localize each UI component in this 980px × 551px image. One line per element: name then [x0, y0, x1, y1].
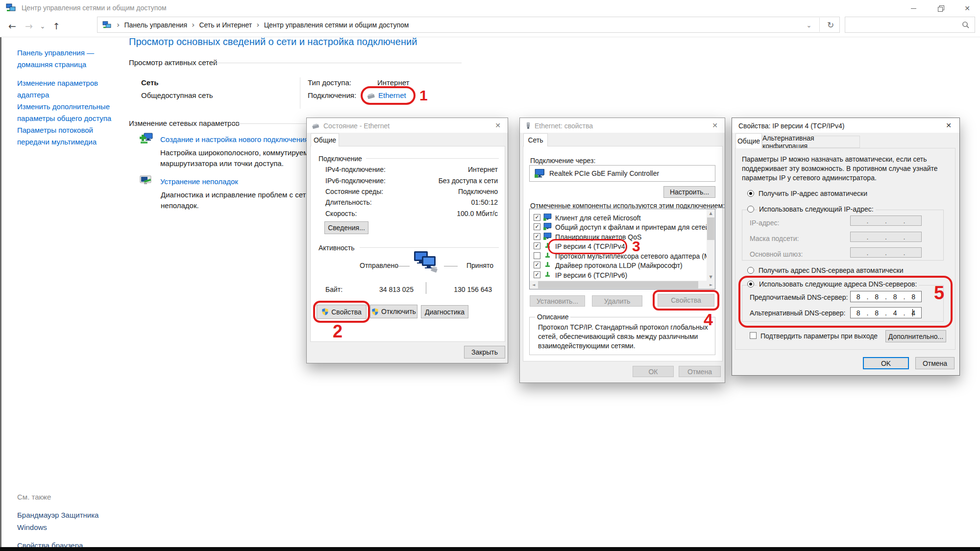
connection-group-label: Подключение: [318, 155, 362, 163]
component-label[interactable]: IP версии 6 (TCP/IPv6): [555, 271, 627, 279]
tab-general[interactable]: Общие: [311, 133, 339, 146]
cancel-button[interactable]: Отмена: [915, 357, 955, 369]
details-button[interactable]: Сведения...: [324, 221, 368, 234]
radio-obtain-ip-auto[interactable]: [747, 190, 754, 197]
radio-use-dns-label[interactable]: Использовать следующие адреса DNS-сервер…: [757, 280, 919, 288]
close-button[interactable]: Закрыть: [464, 346, 505, 359]
validate-checkbox[interactable]: [750, 332, 757, 339]
properties-button[interactable]: Свойства: [317, 305, 367, 319]
speed-label: Скорость:: [325, 210, 357, 217]
speed-value: 100.0 Мбит/с: [457, 210, 498, 217]
task-troubleshoot-link[interactable]: Устранение неполадок: [160, 177, 238, 186]
search-input[interactable]: [849, 19, 959, 32]
component-label[interactable]: Драйвер протокола LLDP (Майкрософт): [555, 262, 683, 269]
tab-alternate-configuration[interactable]: Альтернативная конфигурация: [762, 136, 860, 148]
component-checkbox[interactable]: ✓: [534, 262, 540, 268]
radio-use-dns[interactable]: [747, 281, 754, 287]
alternate-dns-field[interactable]: 8 8 4 4: [850, 307, 922, 318]
validate-checkbox-label[interactable]: Подтвердить параметры при выходе: [760, 332, 878, 340]
scroll-right-icon[interactable]: ►: [707, 281, 715, 289]
disable-button[interactable]: Отключить: [370, 305, 417, 318]
component-label[interactable]: Общий доступ к файлам и принтерам для се…: [555, 223, 715, 231]
component-checkbox[interactable]: ✓: [534, 223, 540, 230]
ethernet-plug-icon: [367, 93, 375, 101]
cancel-button[interactable]: Отмена: [679, 366, 721, 377]
advanced-button[interactable]: Дополнительно...: [885, 330, 946, 342]
network-name: Сеть: [141, 78, 159, 87]
adapter-icon: [525, 122, 532, 131]
titlebar: Центр управления сетями и общим доступом…: [0, 0, 980, 17]
restore-button[interactable]: [927, 0, 955, 17]
annotation-number-1: 1: [419, 88, 428, 103]
address-separator: [819, 18, 820, 32]
ipv4-dialog-titlebar[interactable]: Свойства: IP версии 4 (TCP/IPv4) ✕: [732, 118, 959, 133]
component-label-ipv4[interactable]: IP версии 4 (TCP/IPv4): [555, 242, 627, 250]
gateway-field[interactable]: [850, 247, 922, 258]
breadcrumb-network-center[interactable]: Центр управления сетями и общим доступом: [264, 21, 409, 29]
radio-obtain-ip-auto-label[interactable]: Получить IP-адрес автоматически: [759, 190, 867, 197]
component-label[interactable]: Планировщик пакетов QoS: [555, 233, 641, 241]
access-type-value: Интернет: [377, 78, 409, 87]
radio-obtain-dns-auto-label[interactable]: Получить адрес DNS-сервера автоматически: [759, 266, 903, 274]
breadcrumb-network-internet[interactable]: Сеть и Интернет: [199, 21, 252, 29]
scroll-down-icon[interactable]: ▼: [707, 273, 715, 281]
task-new-connection-link[interactable]: Создание и настройка нового подключения …: [160, 135, 315, 144]
activity-dash: [444, 266, 458, 266]
sidebar-item-media-streaming[interactable]: Параметры потоковой передачи мультимедиа: [17, 124, 135, 148]
address-dropdown-button[interactable]: ⌄: [803, 20, 815, 30]
sidebar-item-adapter-settings[interactable]: Изменение параметров адаптера: [17, 77, 135, 101]
ethernet-connection-link[interactable]: Ethernet: [378, 91, 406, 99]
up-button[interactable]: ↑: [49, 19, 64, 33]
refresh-button[interactable]: ↻: [822, 18, 839, 32]
component-properties-button[interactable]: Свойства: [658, 294, 714, 307]
ok-button[interactable]: ОК: [633, 366, 674, 377]
horizontal-scrollbar[interactable]: ◄ ►: [530, 281, 715, 289]
radio-use-ip-label[interactable]: Использовать следующий IP-адрес:: [757, 205, 876, 213]
status-dialog-titlebar[interactable]: Состояние - Ethernet ✕: [307, 118, 508, 133]
diagnose-button[interactable]: Диагностика: [421, 305, 468, 318]
sidebar-item-home[interactable]: Панель управления — домашняя страница: [17, 47, 135, 71]
search-box[interactable]: [845, 17, 975, 33]
history-chevron-button[interactable]: ⌄: [38, 20, 47, 32]
component-label[interactable]: Клиент для сетей Microsoft: [555, 214, 641, 222]
component-checkbox[interactable]: [534, 252, 540, 259]
close-icon[interactable]: ✕: [487, 118, 509, 133]
component-checkbox[interactable]: ✓: [534, 242, 540, 249]
minimize-button[interactable]: [900, 0, 927, 17]
scrollbar-thumb[interactable]: [707, 217, 714, 240]
subnet-mask-field[interactable]: [850, 232, 922, 242]
scroll-left-icon[interactable]: ◄: [530, 281, 538, 289]
status-dialog-title: Состояние - Ethernet: [323, 122, 390, 130]
close-window-button[interactable]: ✕: [955, 0, 980, 17]
forward-button[interactable]: →: [22, 19, 36, 33]
scrollbar-thumb[interactable]: [538, 281, 698, 288]
ip-address-field[interactable]: [850, 216, 922, 226]
install-button[interactable]: Установить...: [530, 295, 585, 307]
vertical-scrollbar[interactable]: ▲ ▼: [707, 209, 715, 281]
address-bar[interactable]: › Панель управления › Сеть и Интернет › …: [97, 17, 840, 33]
radio-obtain-dns-auto[interactable]: [747, 267, 754, 274]
configure-button[interactable]: Настроить...: [663, 186, 715, 198]
scroll-up-icon[interactable]: ▲: [707, 209, 715, 217]
group-rule: [360, 247, 499, 248]
tab-general[interactable]: Общие: [735, 133, 762, 148]
properties-dialog-titlebar[interactable]: Ethernet: свойства ✕: [520, 118, 725, 133]
back-button[interactable]: ←: [5, 19, 20, 33]
gateway-label: Основной шлюз:: [750, 250, 803, 258]
close-icon[interactable]: ✕: [938, 118, 959, 133]
radio-use-ip[interactable]: [747, 206, 754, 213]
components-listbox[interactable]: ✓ Клиент для сетей Microsoft ✓ Общий дос…: [529, 209, 715, 289]
tab-networking[interactable]: Сеть: [523, 133, 548, 146]
see-also-firewall-link[interactable]: Брандмауэр Защитника Windows: [17, 509, 135, 533]
uninstall-button[interactable]: Удалить: [592, 295, 642, 307]
component-checkbox[interactable]: ✓: [534, 271, 540, 278]
preferred-dns-field[interactable]: 8 8 8 8: [850, 291, 922, 302]
close-icon[interactable]: ✕: [704, 118, 726, 133]
sidebar-item-advanced-sharing[interactable]: Изменить дополнительные параметры общего…: [17, 101, 135, 124]
ok-button[interactable]: OK: [863, 357, 909, 369]
breadcrumb-control-panel[interactable]: Панель управления: [124, 21, 187, 29]
component-checkbox[interactable]: ✓: [534, 233, 540, 240]
window-title: Центр управления сетями и общим доступом: [22, 4, 167, 12]
component-checkbox[interactable]: ✓: [534, 214, 540, 221]
annotation-number-2: 2: [333, 323, 343, 340]
